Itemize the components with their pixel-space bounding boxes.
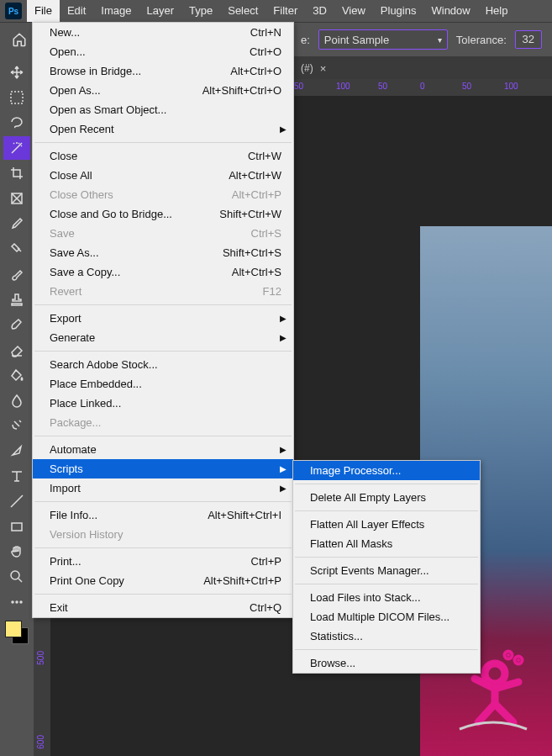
- file-menu-item-exit[interactable]: ExitCtrl+Q: [33, 598, 293, 617]
- scripts-menu-item-script-events-manager[interactable]: Script Events Manager...: [293, 561, 480, 580]
- menu-filter[interactable]: Filter: [265, 0, 305, 22]
- menu-select[interactable]: Select: [220, 0, 265, 22]
- scripts-menu-item-load-multiple-dicom-files[interactable]: Load Multiple DICOM Files...: [293, 607, 480, 626]
- menu-shortcut: Ctrl+Q: [250, 601, 281, 614]
- tool-wand[interactable]: [3, 136, 30, 160]
- file-menu-item-print-one-copy[interactable]: Print One CopyAlt+Shift+Ctrl+P: [33, 571, 293, 590]
- menu-type[interactable]: Type: [181, 0, 220, 22]
- tool-eraser[interactable]: [3, 338, 30, 362]
- tool-heal[interactable]: [3, 237, 30, 261]
- file-menu-item-save-a-copy[interactable]: Save a Copy...Alt+Ctrl+S: [33, 262, 293, 282]
- menu-3d[interactable]: 3D: [305, 0, 334, 22]
- menu-item-label: Flatten All Masks: [310, 537, 392, 550]
- menu-window[interactable]: Window: [423, 0, 477, 22]
- file-menu-item-print[interactable]: Print...Ctrl+P: [33, 552, 293, 571]
- color-swatches[interactable]: [3, 619, 30, 646]
- file-menu-item-place-linked[interactable]: Place Linked...: [33, 394, 293, 413]
- tool-stamp[interactable]: [3, 288, 30, 311]
- scripts-menu-item-delete-all-empty-layers[interactable]: Delete All Empty Layers: [293, 488, 480, 507]
- file-menu-item-save-as[interactable]: Save As...Shift+Ctrl+S: [33, 243, 293, 262]
- file-menu-item-search-adobe-stock[interactable]: Search Adobe Stock...: [33, 355, 293, 374]
- ruler-tick: 0: [420, 82, 425, 91]
- tool-zoom[interactable]: [3, 565, 30, 589]
- file-menu-item-close-all[interactable]: Close AllAlt+Ctrl+W: [33, 166, 293, 185]
- tool-hand[interactable]: [3, 540, 30, 563]
- menu-item-label: Version History: [50, 528, 123, 541]
- tool-dodge[interactable]: [3, 414, 30, 437]
- menubar: Ps FileEditImageLayerTypeSelectFilter3DV…: [0, 0, 552, 22]
- tool-marquee[interactable]: [3, 86, 30, 109]
- menu-shortcut: Alt+Ctrl+W: [229, 169, 281, 182]
- close-icon[interactable]: ×: [320, 62, 327, 75]
- tool-bucket[interactable]: [3, 363, 30, 387]
- menu-edit[interactable]: Edit: [60, 0, 93, 22]
- file-menu-item-open-recent[interactable]: Open Recent▶: [33, 119, 293, 139]
- file-menu-item-export[interactable]: Export▶: [33, 309, 293, 328]
- tool-more[interactable]: [3, 590, 30, 614]
- file-menu-item-new[interactable]: New...Ctrl+N: [33, 23, 293, 42]
- tool-path[interactable]: [3, 489, 30, 513]
- svg-rect-2: [12, 523, 22, 531]
- file-menu-item-close-and-go-to-bridge[interactable]: Close and Go to Bridge...Shift+Ctrl+W: [33, 204, 293, 224]
- file-menu-item-place-embedded[interactable]: Place Embedded...: [33, 374, 293, 394]
- menu-item-label: Close: [50, 150, 77, 162]
- tool-move[interactable]: [3, 61, 30, 84]
- scripts-menu-item-flatten-all-layer-effects[interactable]: Flatten All Layer Effects: [293, 515, 480, 534]
- menu-file[interactable]: File: [27, 0, 60, 22]
- ruler-tick: 100: [336, 82, 350, 91]
- tool-type[interactable]: [3, 464, 30, 488]
- menu-item-label: Print...: [50, 555, 81, 568]
- menu-shortcut: F12: [263, 285, 281, 298]
- file-menu-item-file-info[interactable]: File Info...Alt+Shift+Ctrl+I: [33, 505, 293, 525]
- scripts-menu-item-browse[interactable]: Browse...: [293, 653, 480, 673]
- file-menu-item-open-as[interactable]: Open As...Alt+Shift+Ctrl+O: [33, 81, 293, 100]
- fg-color[interactable]: [5, 621, 22, 637]
- home-button[interactable]: [7, 26, 32, 53]
- menu-help[interactable]: Help: [478, 0, 516, 22]
- menu-separator: [295, 584, 478, 584]
- tool-history[interactable]: [3, 313, 30, 336]
- file-menu-item-generate[interactable]: Generate▶: [33, 328, 293, 347]
- menu-item-label: Load Multiple DICOM Files...: [310, 611, 449, 623]
- file-menu-item-automate[interactable]: Automate▶: [33, 440, 293, 459]
- file-menu-item-browse-in-bridge[interactable]: Browse in Bridge...Alt+Ctrl+O: [33, 61, 293, 81]
- submenu-arrow-icon: ▶: [280, 314, 287, 323]
- ruler-tick: 500: [36, 651, 45, 665]
- menu-image[interactable]: Image: [93, 0, 139, 22]
- submenu-arrow-icon: ▶: [280, 484, 287, 493]
- file-menu-item-open-as-smart-object[interactable]: Open as Smart Object...: [33, 100, 293, 119]
- tool-frame[interactable]: [3, 187, 30, 210]
- scripts-menu-item-flatten-all-masks[interactable]: Flatten All Masks: [293, 534, 480, 553]
- menu-layer[interactable]: Layer: [139, 0, 182, 22]
- file-menu-item-scripts[interactable]: Scripts▶: [33, 459, 293, 478]
- menu-item-label: Save a Copy...: [50, 266, 120, 278]
- menu-item-label: Statistics...: [310, 630, 363, 642]
- tool-pen[interactable]: [3, 439, 30, 463]
- menu-item-label: Generate: [50, 331, 95, 344]
- menu-view[interactable]: View: [334, 0, 373, 22]
- ruler-tick: 600: [36, 735, 45, 749]
- menu-shortcut: Alt+Ctrl+O: [230, 65, 281, 77]
- menu-item-label: Search Adobe Stock...: [50, 358, 158, 371]
- ruler-tick: 100: [504, 82, 518, 91]
- menu-separator: [295, 484, 478, 484]
- scripts-menu-item-image-processor[interactable]: Image Processor...: [293, 461, 480, 480]
- tool-lasso[interactable]: [3, 111, 30, 135]
- scripts-menu-item-load-files-into-stack[interactable]: Load Files into Stack...: [293, 588, 480, 607]
- file-menu-item-close[interactable]: CloseCtrl+W: [33, 146, 293, 166]
- file-menu-item-import[interactable]: Import▶: [33, 478, 293, 498]
- tool-crop[interactable]: [3, 161, 30, 185]
- menu-separator: [34, 594, 292, 595]
- tool-blur[interactable]: [3, 389, 30, 412]
- tool-eyedrop[interactable]: [3, 212, 30, 235]
- tool-brush[interactable]: [3, 262, 30, 286]
- scripts-menu-item-statistics[interactable]: Statistics...: [293, 626, 480, 646]
- menu-item-label: Automate: [50, 443, 97, 456]
- tool-rect[interactable]: [3, 515, 30, 538]
- sample-select[interactable]: Point Sample ▾: [318, 29, 448, 50]
- tolerance-input[interactable]: 32: [515, 30, 542, 49]
- menu-plugins[interactable]: Plugins: [373, 0, 424, 22]
- file-menu-item-open[interactable]: Open...Ctrl+O: [33, 42, 293, 61]
- menu-item-label: Print One Copy: [50, 574, 124, 587]
- document-tab[interactable]: (#) ×: [292, 56, 333, 80]
